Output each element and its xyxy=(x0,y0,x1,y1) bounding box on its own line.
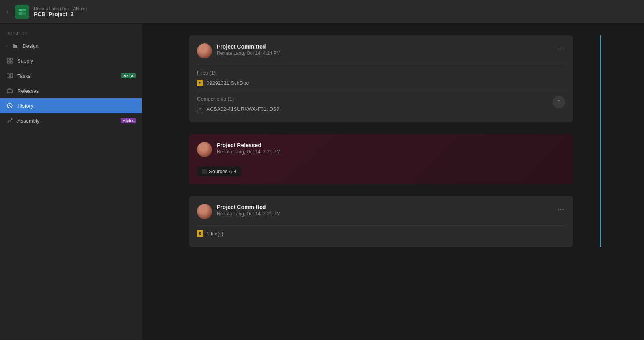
schematic-file-icon: S xyxy=(197,80,203,86)
chevron-right-icon: › xyxy=(6,44,7,48)
author-3: Renata Lang xyxy=(217,211,244,217)
card-title-group-2: Project Released Renata Lang, Oct 14, 2:… xyxy=(217,142,565,155)
release-tag-container: Sources A.4 xyxy=(197,163,565,176)
card-header-2: Project Released Renata Lang, Oct 14, 2:… xyxy=(197,142,565,157)
sidebar-item-label: Releases xyxy=(17,88,136,94)
divider-1 xyxy=(197,65,565,65)
card-header-3: Project Committed Renata Lang, Oct 14, 2… xyxy=(197,204,565,219)
card-title-group-3: Project Committed Renata Lang, Oct 14, 2… xyxy=(217,204,553,217)
release-tag-label: Sources A.4 xyxy=(209,168,236,174)
sidebar-item-tasks[interactable]: Tasks BETA xyxy=(0,68,142,83)
svg-rect-3 xyxy=(22,12,26,14)
author-2: Renata Lang xyxy=(217,149,244,155)
app-icon xyxy=(15,5,29,19)
divider-3 xyxy=(197,225,565,226)
sidebar-item-label: Assembly xyxy=(17,118,117,124)
svg-point-12 xyxy=(11,118,13,120)
card-title-2: Project Released xyxy=(217,142,565,148)
sidebar-item-label: Design xyxy=(22,43,136,49)
component-name-1: ACSA02-41SURKWA-F01: DS? xyxy=(207,106,279,112)
divider-2 xyxy=(197,91,565,91)
avatar-2 xyxy=(197,142,212,157)
date-1: Oct 14, 4:24 PM xyxy=(246,50,281,56)
supply-icon xyxy=(6,57,13,64)
component-icon: + xyxy=(197,106,203,112)
file-name-1: 09292021.SchDoc xyxy=(207,80,249,86)
svg-rect-0 xyxy=(19,9,22,11)
file-item-1: S 09292021.SchDoc xyxy=(197,80,565,86)
beta-badge: BETA xyxy=(121,73,136,78)
sidebar: PROJECT › Design Supply xyxy=(0,24,142,340)
sidebar-item-history[interactable]: History xyxy=(0,98,142,113)
topbar-subtitle: Renata Lang (Trial - Altium) xyxy=(34,6,87,11)
component-item-1: + ACSA02-41SURKWA-F01: DS? xyxy=(197,106,553,112)
topbar: ‹ Renata Lang (Trial - Altium) PCB_Proje… xyxy=(0,0,644,24)
avatar-3 xyxy=(197,204,212,219)
main-content: Project Committed Renata Lang, Oct 14, 4… xyxy=(142,24,644,340)
sidebar-section-label: PROJECT xyxy=(0,27,142,38)
sidebar-item-releases[interactable]: Releases xyxy=(0,83,142,98)
components-label: Components xyxy=(197,96,226,102)
files-label: Files xyxy=(197,70,208,76)
card-menu-3[interactable]: … xyxy=(557,204,565,211)
file-count-label: 1 file(s) xyxy=(207,231,223,237)
topbar-title: PCB_Project_2 xyxy=(34,11,87,17)
alpha-badge: Alpha xyxy=(121,118,136,123)
card-menu-1[interactable]: … xyxy=(557,43,565,50)
date-3: Oct 14, 2:21 PM xyxy=(246,211,281,217)
sidebar-item-label: Supply xyxy=(17,58,136,64)
timeline-line xyxy=(600,35,601,247)
topbar-info: Renata Lang (Trial - Altium) PCB_Project… xyxy=(34,6,87,17)
layout: PROJECT › Design Supply xyxy=(0,24,644,340)
svg-rect-8 xyxy=(7,74,9,78)
back-button[interactable]: ‹ xyxy=(5,6,10,17)
svg-rect-7 xyxy=(10,61,12,63)
commit-card-2: Project Committed Renata Lang, Oct 14, 2… xyxy=(189,196,573,247)
author-1: Renata Lang xyxy=(217,50,244,56)
tasks-icon xyxy=(6,72,13,79)
sidebar-item-label: History xyxy=(17,103,136,109)
sidebar-item-assembly[interactable]: Assembly Alpha xyxy=(0,113,142,128)
commit-card-wrapper-2: Project Committed Renata Lang, Oct 14, 2… xyxy=(189,196,573,247)
card-title-group-1: Project Committed Renata Lang, Oct 14, 4… xyxy=(217,43,553,56)
release-tag: Sources A.4 xyxy=(197,166,241,176)
svg-rect-5 xyxy=(10,58,12,60)
releases-icon xyxy=(6,87,13,94)
card-header-1: Project Committed Renata Lang, Oct 14, 4… xyxy=(197,43,565,58)
sidebar-item-design[interactable]: › Design xyxy=(0,38,142,53)
file-count-item: S 1 file(s) xyxy=(197,230,565,237)
sidebar-item-supply[interactable]: Supply xyxy=(0,53,142,68)
folder-icon xyxy=(11,42,19,49)
avatar-1 xyxy=(197,43,212,58)
svg-rect-9 xyxy=(10,74,13,78)
file-count-icon: S xyxy=(197,230,203,237)
svg-rect-10 xyxy=(7,90,12,93)
history-icon xyxy=(6,102,13,109)
card-title-1: Project Committed xyxy=(217,43,553,50)
commit-card-1: Project Committed Renata Lang, Oct 14, 4… xyxy=(189,35,573,122)
sidebar-item-label: Tasks xyxy=(17,73,117,79)
components-section-title: Components (1) xyxy=(197,96,565,102)
files-section-title: Files (1) xyxy=(197,70,565,76)
svg-rect-2 xyxy=(19,12,22,14)
svg-rect-1 xyxy=(22,9,26,11)
date-2: Oct 14, 2:21 PM xyxy=(246,149,281,155)
card-title-3: Project Committed xyxy=(217,204,553,210)
assembly-icon xyxy=(6,117,13,124)
released-section: Project Released Renata Lang, Oct 14, 2:… xyxy=(189,134,573,184)
timeline-wrapper: Project Committed Renata Lang, Oct 14, 4… xyxy=(189,35,612,247)
release-tag-icon xyxy=(202,169,207,174)
svg-rect-6 xyxy=(7,61,9,63)
card-subtitle-2: Renata Lang, Oct 14, 2:21 PM xyxy=(217,149,565,155)
svg-rect-4 xyxy=(7,58,9,60)
card-subtitle-1: Renata Lang, Oct 14, 4:24 PM xyxy=(217,50,553,56)
collapse-button[interactable]: ⌃ xyxy=(553,96,565,108)
card-subtitle-3: Renata Lang, Oct 14, 2:21 PM xyxy=(217,211,553,217)
